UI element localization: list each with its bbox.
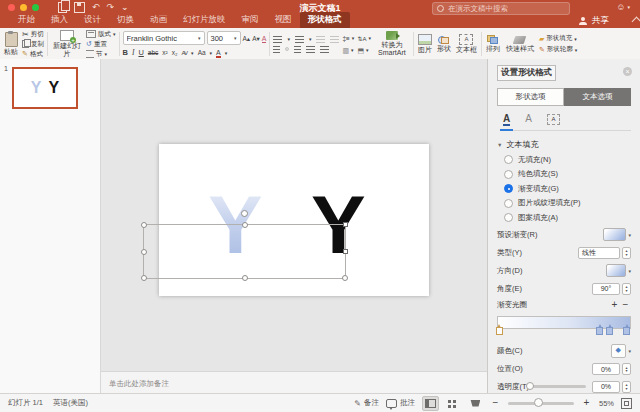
tab-design[interactable]: 设计 — [76, 12, 109, 29]
line-spacing-button[interactable] — [342, 34, 349, 43]
convert-to-smartart-button[interactable]: 转换为SmartArt — [374, 31, 410, 56]
normal-view-button[interactable] — [422, 396, 439, 411]
color-picker-button[interactable] — [611, 344, 631, 358]
section-button[interactable]: 节 — [86, 50, 116, 59]
share-button[interactable]: 共享 — [579, 15, 619, 27]
tab-slideshow[interactable]: 幻灯片放映 — [175, 12, 234, 29]
tab-text-options[interactable]: 文本选项 — [564, 88, 631, 106]
copy-button[interactable]: 复制 — [22, 40, 44, 49]
zoom-window-button[interactable] — [32, 4, 39, 11]
save-icon[interactable] — [74, 2, 85, 13]
shape-fill-button[interactable]: 形状填充 — [539, 34, 577, 43]
adjust-handle-mid-right[interactable] — [343, 249, 348, 254]
add-stop-button[interactable]: + — [609, 300, 620, 310]
transparency-stepper[interactable] — [622, 381, 631, 393]
font-size-select[interactable]: 300 — [207, 31, 241, 45]
preset-gradient-select[interactable] — [603, 228, 631, 241]
tab-insert[interactable]: 插入 — [43, 12, 76, 29]
option-no-fill[interactable]: 无填充(N) — [504, 155, 631, 165]
resize-handle-top-left[interactable] — [141, 222, 147, 228]
superscript-button[interactable] — [162, 48, 167, 57]
customize-toolbar-icon[interactable] — [121, 3, 129, 12]
slider-knob[interactable] — [526, 382, 534, 390]
subscript-button[interactable] — [172, 48, 178, 57]
new-from-template-icon[interactable] — [58, 2, 67, 13]
undo-icon[interactable] — [92, 3, 100, 12]
resize-handle-mid-left[interactable] — [141, 249, 147, 255]
feedback-button[interactable] — [616, 2, 630, 12]
angle-input[interactable]: 90° — [592, 283, 620, 295]
tab-view[interactable]: 视图 — [267, 12, 300, 29]
shapes-button[interactable]: 形状 — [436, 35, 452, 53]
adjust-handle-top-right[interactable] — [343, 222, 348, 227]
slide-sorter-button[interactable] — [446, 397, 461, 410]
option-pattern-fill[interactable]: 图案填充(A) — [504, 213, 631, 223]
align-center-button[interactable] — [285, 47, 289, 51]
tab-shape-format[interactable]: 形状格式 — [300, 12, 350, 29]
text-fill-outline-icon[interactable] — [503, 114, 510, 125]
text-effects-icon[interactable] — [525, 114, 532, 125]
tab-review[interactable]: 审阅 — [234, 12, 267, 29]
zoom-slider[interactable] — [508, 402, 574, 405]
zoom-in-button[interactable]: + — [581, 398, 592, 408]
bullets-button[interactable] — [273, 36, 282, 43]
decrease-font-size-button[interactable] — [252, 34, 260, 43]
tab-home[interactable]: 开始 — [10, 12, 43, 29]
close-pane-icon[interactable] — [623, 67, 632, 76]
minimize-window-button[interactable] — [20, 4, 27, 11]
textbox-button[interactable]: 文本框 — [455, 34, 478, 54]
collapse-ribbon-icon[interactable] — [632, 17, 640, 27]
arrange-button[interactable]: 排列 — [485, 35, 501, 53]
slide-canvas[interactable]: Y Y 单击此处添加备注 — [101, 59, 487, 393]
direction-select[interactable] — [606, 264, 631, 277]
increase-indent-button[interactable] — [330, 36, 339, 43]
transparency-input[interactable]: 0% — [592, 381, 620, 393]
slide-thumbnail[interactable]: Y Y — [12, 67, 78, 109]
font-color-button[interactable] — [216, 48, 221, 57]
gradient-stop[interactable] — [596, 327, 603, 335]
change-case-button[interactable] — [198, 48, 206, 57]
zoom-out-button[interactable]: − — [490, 398, 501, 408]
tab-transitions[interactable]: 切换 — [109, 12, 142, 29]
clear-formatting-button[interactable] — [262, 34, 267, 43]
strikethrough-button[interactable] — [148, 48, 158, 57]
type-select[interactable]: 线性 — [578, 247, 620, 259]
picture-button[interactable]: 图片 — [417, 34, 433, 54]
position-input[interactable]: 0% — [592, 363, 620, 375]
transparency-slider[interactable] — [530, 385, 586, 388]
distribute-button[interactable] — [320, 46, 329, 53]
language-indicator[interactable]: 英语(美国) — [53, 398, 88, 408]
justify-button[interactable] — [306, 46, 315, 53]
character-spacing-button[interactable] — [182, 48, 188, 57]
align-right-button[interactable] — [294, 46, 301, 53]
tab-animations[interactable]: 动画 — [142, 12, 175, 29]
redo-icon[interactable] — [107, 3, 115, 12]
quick-styles-button[interactable]: 快速样式 — [504, 36, 536, 53]
close-window-button[interactable] — [8, 4, 15, 11]
type-stepper[interactable] — [622, 247, 631, 259]
notes-pane[interactable]: 单击此处添加备注 — [101, 371, 487, 393]
tab-shape-options[interactable]: 形状选项 — [497, 88, 564, 106]
align-left-button[interactable] — [273, 46, 280, 53]
textbox-options-icon[interactable] — [547, 114, 560, 125]
format-painter-button[interactable]: 格式 — [22, 50, 44, 59]
cut-button[interactable]: 剪切 — [22, 30, 44, 39]
decrease-indent-button[interactable] — [316, 36, 325, 43]
option-picture-texture-fill[interactable]: 图片或纹理填充(P) — [504, 198, 631, 208]
reset-button[interactable]: 重置 — [86, 40, 116, 49]
gradient-stop[interactable] — [496, 327, 503, 335]
paste-button[interactable]: 粘贴 — [3, 32, 19, 56]
resize-handle-top-mid[interactable] — [242, 222, 248, 228]
italic-button[interactable] — [132, 48, 135, 57]
font-name-select[interactable]: Franklin Gothic — [123, 31, 205, 45]
remove-stop-button[interactable]: − — [620, 300, 631, 310]
columns-button[interactable] — [342, 46, 349, 55]
position-stepper[interactable] — [622, 363, 631, 375]
align-text-button[interactable] — [357, 46, 364, 55]
resize-handle-bottom-right[interactable] — [342, 275, 348, 281]
fit-to-window-icon[interactable] — [621, 398, 632, 409]
resize-handle-bottom-left[interactable] — [141, 275, 147, 281]
rotation-handle[interactable] — [241, 210, 248, 217]
new-slide-button[interactable]: 新建幻灯片 — [51, 30, 83, 57]
option-solid-fill[interactable]: 纯色填充(S) — [504, 169, 631, 179]
